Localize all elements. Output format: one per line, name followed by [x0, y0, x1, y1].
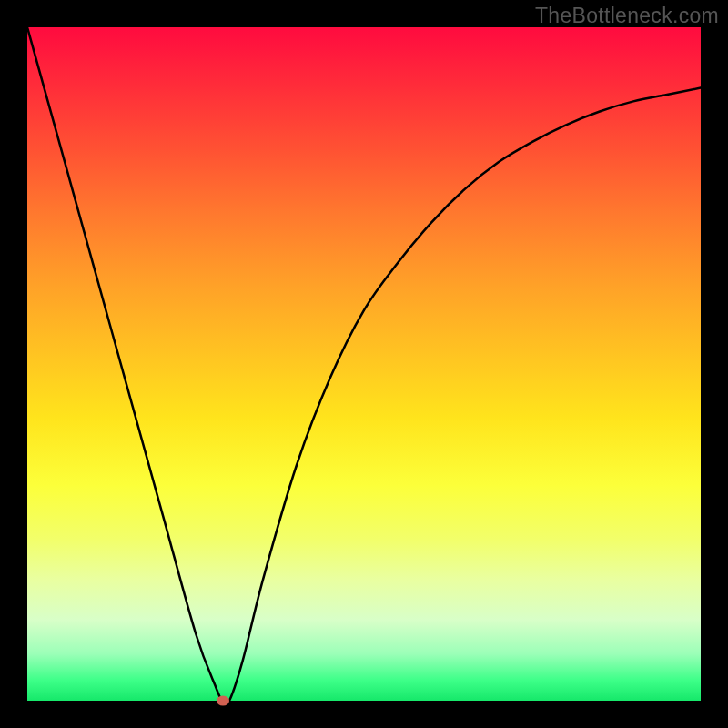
min-point-marker	[217, 696, 229, 706]
plot-area	[27, 27, 701, 701]
watermark-text: TheBottleneck.com	[535, 4, 719, 28]
chart-frame: TheBottleneck.com	[0, 0, 728, 728]
bottleneck-curve	[27, 27, 701, 701]
